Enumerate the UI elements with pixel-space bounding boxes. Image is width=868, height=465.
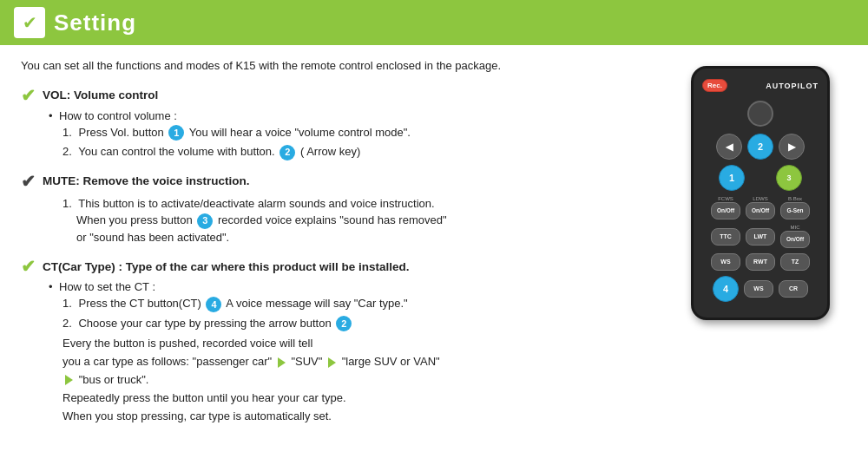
arrow-icon-2 [328, 357, 336, 368]
nav-row: ◀ 2 ▶ [702, 134, 819, 160]
intro-text: You can set all the functions and modes … [21, 57, 656, 75]
vol-steps: 1. Press Vol. button 1 You will hear a v… [62, 124, 656, 160]
vol-bullet-text: How to control volume : [59, 109, 177, 122]
rwt-button[interactable]: RWT [746, 253, 775, 271]
fcws-label: FCWS [711, 196, 740, 201]
ttc-button[interactable]: TTC [711, 228, 740, 246]
row-ttc: TTC LWT MIC On/Off [702, 225, 819, 248]
mic-group: MIC On/Off [780, 225, 810, 248]
vol-section: ✔ VOL: Volume control How to control vol… [21, 85, 656, 160]
main-btn-1[interactable]: 1 [719, 165, 745, 191]
ws2-button[interactable]: WS [744, 280, 773, 298]
main-btn-3[interactable]: 3 [776, 165, 802, 191]
remote-column: Rec. AUTOPILOT ◀ 2 ▶ 1 3 FCWS On/ [674, 57, 847, 436]
tz-button[interactable]: TZ [780, 253, 810, 271]
mute-steps: 1. This button is to activate/deactivate… [62, 195, 656, 246]
mute-section: ✔ MUTE: Remove the voice instruction. 1.… [21, 171, 656, 246]
ct-bullet-text: How to set the CT : [59, 280, 155, 293]
ws-button[interactable]: WS [711, 253, 740, 271]
vol-title: VOL: Volume control [43, 88, 158, 102]
ct-title: CT(Car Type) : Type of the car where thi… [43, 260, 410, 273]
vol-step-1: 1. Press Vol. button 1 You will hear a v… [62, 124, 656, 141]
mute-title: MUTE: Remove the voice instruction. [43, 174, 250, 187]
autopilot-label: AUTOPILOT [766, 82, 819, 90]
ldws-button[interactable]: On/Off [746, 202, 775, 219]
vol-header: ✔ VOL: Volume control [21, 85, 656, 106]
mic-label: MIC [780, 225, 810, 230]
ldws-label: LDWS [746, 196, 775, 201]
left-column: You can set all the functions and modes … [21, 57, 656, 436]
vol-bullet-list: How to control volume : [49, 109, 656, 122]
ct-sub-block: Every the button is pushed, recorded voi… [62, 335, 656, 425]
arrow-icon-1 [278, 357, 286, 368]
row-fcws: FCWS On/Off LDWS On/Off B.Box G-Sen [702, 196, 819, 219]
bbox-group: B.Box G-Sen [780, 196, 810, 219]
ct-step-2: 2. Choose your car type by pressing the … [62, 315, 656, 332]
remote-top-circle [747, 101, 773, 127]
row-ws: WS RWT TZ [702, 253, 819, 271]
ct-bullet-list: How to set the CT : [49, 280, 656, 293]
badge-2b: 2 [336, 316, 352, 331]
arrow-icon-3 [65, 375, 73, 385]
vol-bullet-item: How to control volume : [49, 109, 656, 122]
bbox-button[interactable]: G-Sen [780, 202, 810, 219]
ldws-group: LDWS On/Off [746, 196, 775, 219]
rec-button[interactable]: Rec. [702, 79, 727, 92]
nav-left-button[interactable]: ◀ [716, 134, 742, 160]
bbox-label: B.Box [780, 196, 810, 201]
badge-2a: 2 [279, 145, 295, 160]
header-icon: ✔ [14, 7, 45, 38]
ct-bullet-item: How to set the CT : [49, 280, 656, 293]
row-4: 4 WS CR [702, 276, 819, 302]
nav-center-badge[interactable]: 2 [747, 134, 773, 160]
main-btn-row: 1 3 [702, 165, 819, 191]
fcws-button[interactable]: On/Off [711, 202, 740, 219]
main-content: You can set all the functions and modes … [0, 45, 868, 448]
mute-header: ✔ MUTE: Remove the voice instruction. [21, 171, 656, 192]
ct-steps: 1. Press the CT button(CT) 4 A voice mes… [62, 295, 656, 331]
nav-right-button[interactable]: ▶ [779, 134, 805, 160]
page-header: ✔ Setting [0, 0, 868, 45]
remote-header-row: Rec. AUTOPILOT [702, 79, 819, 92]
vol-checkmark: ✔ [21, 85, 36, 106]
mic-button[interactable]: On/Off [780, 231, 810, 248]
lwt-button[interactable]: LWT [746, 228, 775, 246]
remote-control: Rec. AUTOPILOT ◀ 2 ▶ 1 3 FCWS On/ [691, 66, 830, 320]
cr-button[interactable]: CR [779, 280, 808, 298]
fcws-group: FCWS On/Off [711, 196, 740, 219]
vol-step-2: 2. You can control the volume with butto… [62, 143, 656, 160]
btn-4[interactable]: 4 [713, 276, 739, 302]
badge-3: 3 [197, 213, 213, 229]
ct-step-1: 1. Press the CT button(CT) 4 A voice mes… [62, 295, 656, 312]
badge-1: 1 [168, 125, 184, 141]
badge-4: 4 [206, 297, 221, 312]
mute-step-1: 1. This button is to activate/deactivate… [62, 195, 656, 246]
ct-section: ✔ CT(Car Type) : Type of the car where t… [21, 256, 656, 425]
header-title: Setting [54, 10, 136, 36]
ct-header: ✔ CT(Car Type) : Type of the car where t… [21, 256, 656, 277]
ct-checkmark: ✔ [21, 256, 36, 277]
mute-checkmark: ✔ [21, 171, 36, 192]
